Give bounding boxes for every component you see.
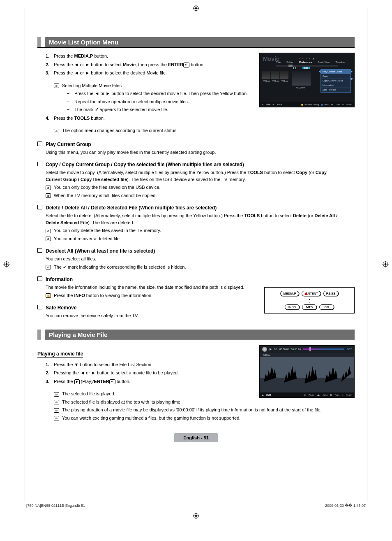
note-row: ⌀ You cannot recover a deleted file. (37, 235, 355, 242)
tv-screenshot-movie-list: Movie • • • • ■ Title Folder Preference … (259, 53, 355, 107)
dash-row: –Repeat the above operation to select mu… (37, 98, 254, 105)
playback-footer-jump: Jump (323, 394, 327, 396)
tv-thumb-selected: 5/15 (292, 71, 311, 86)
sub-body-text: Select the movie to copy. (Alternatively… (37, 169, 341, 183)
note-text: The option menu changes according to the… (62, 127, 355, 134)
tv-thumb (280, 71, 288, 79)
step-number: 1. (46, 53, 54, 60)
playback-topbar: ↻ 00:00:01 / 00:05:30 3/37 (260, 346, 354, 353)
play-button-icon: ▶ (74, 379, 80, 384)
remote-button: MTS (302, 304, 317, 310)
square-bullet-icon (37, 305, 42, 309)
tv-menu-item-selected: Play Current Group (321, 70, 350, 74)
remote-button: NTENT (302, 291, 321, 296)
note-text: You can only copy the files saved on the… (54, 184, 355, 191)
tools-icon: 🛠 (331, 103, 333, 106)
subheading-information: Information (37, 276, 355, 282)
play-icon (270, 348, 272, 351)
tv-context-menu: Play Current Group Copy Copy Current Gro… (321, 69, 351, 93)
svg-point-15 (385, 263, 386, 265)
subheading-copy: Copy / Copy Current Group / Copy the sel… (37, 161, 355, 167)
note-icon: ⌀ (54, 400, 59, 404)
print-footer-left: [750-NA]BN68-02111B-Eng.indb 51 (26, 504, 85, 508)
tv-footer-tools: Tools (335, 103, 340, 106)
step-body: Press the ◄ or ► button to select Movie,… (54, 61, 254, 68)
svg-point-11 (6, 263, 7, 265)
step-body: Pressing the ◄ or ► button to select a m… (54, 369, 254, 376)
svg-point-7 (195, 515, 197, 517)
square-bullet-icon (37, 248, 42, 253)
sub-body-text: Using this menu, you can only play movie… (37, 149, 341, 156)
note-text: Press the INFO button to viewing the inf… (54, 292, 258, 299)
note-text: You can watch exciting gaming multimedia… (62, 415, 355, 422)
subheading-delete: Delete / Delete All / Delete Selected Fi… (37, 204, 355, 211)
return-icon: ↩ (342, 394, 344, 396)
tv-arrow-right-icon: ▶ (350, 77, 353, 81)
tv-thumb-label: V22.avi (272, 80, 279, 82)
note-icon: ⌀ (54, 392, 59, 397)
note-row: ⌀ Selecting Multiple Movie Files (37, 82, 254, 89)
tv-thumb-label: V21.avi (263, 80, 270, 82)
pause-icon: ⏸ (304, 394, 306, 396)
dash-text: The mark ✓ appears to the selected movie… (74, 106, 254, 113)
crop-mark-right (382, 261, 389, 267)
step-number: 3. (46, 378, 54, 385)
playback-footer-sum: SUM (266, 394, 271, 396)
enter-icon: ↵ (109, 379, 115, 384)
jump-icon: ◀▶ (317, 394, 320, 396)
step-number: 3. (46, 70, 54, 77)
section-heading-text: Movie List Option Menu (45, 37, 355, 47)
subheading-text: Copy / Copy Current Group / Copy the sel… (46, 162, 244, 167)
square-bullet-icon (37, 162, 42, 166)
progress-bar (303, 348, 345, 350)
tv-count: 5/15 (302, 67, 310, 69)
square-bullet-icon (37, 205, 42, 209)
note-text: When the TV memory is full, files cannot… (54, 192, 355, 199)
note-text: You cannot recover a deleted file. (54, 235, 355, 242)
tv-footer: ⏏ SUM ■ Device Favorites Setting Select … (260, 102, 354, 107)
note-text: The selected file is played. (62, 390, 254, 397)
step-body: Press the ◄ or ► button to select the de… (54, 70, 254, 77)
print-footer: [750-NA]BN68-02111B-Eng.indb 51 2009-03-… (25, 504, 367, 508)
square-bullet-icon (37, 142, 42, 146)
dash-row: –Press the ◄ or ► button to select the d… (37, 90, 254, 97)
note-row: ☝ Press the INFO button to viewing the i… (37, 292, 258, 299)
tv-thumb-label: V23.avi (281, 80, 288, 82)
step-body: Press the ▼ button to select the File Li… (54, 361, 254, 368)
tv-menu-item: Safe Remove (321, 88, 350, 92)
note-row: ⌀ The selected file is displayed at the … (37, 399, 254, 406)
subheading-deselect: Deselect All (When at least one file is … (37, 248, 355, 254)
step-number: 4. (46, 115, 54, 122)
subheading-text: Information (46, 276, 73, 282)
note-icon: ⌀ (54, 416, 59, 420)
eject-icon: ⏏ (262, 394, 264, 396)
tv-footer-icon: ■ (272, 103, 274, 106)
check-icon: ✓ (95, 107, 99, 112)
remote-button: P.SIZE (323, 291, 339, 296)
sub-body-text: You can deselect all files. (37, 255, 341, 262)
note-row: ⌀ When the TV memory is full, files cann… (37, 192, 355, 199)
note-row: ⌀ You can only delete the files saved in… (37, 227, 355, 234)
tv-tab: Folder (286, 61, 293, 63)
remote-button: INFO (285, 304, 300, 310)
remote-channel-arrows: ▲_ (308, 298, 311, 303)
section-heading-movie-list: Movie List Option Menu (37, 37, 355, 48)
playback-count: 3/37 (347, 348, 352, 351)
dash-text: Press the ◄ or ► button to select the de… (74, 90, 254, 97)
print-footer-right: 2009-03-30 �� 1:43:07 (325, 504, 366, 508)
page-number-box: English - 51 (37, 433, 355, 442)
tv-tab: Timeline (335, 61, 344, 63)
return-icon: ↩ (342, 103, 344, 106)
playback-footer-return: Return (346, 394, 352, 396)
step-item: 2. Press the ◄ or ► button to select Mov… (46, 61, 254, 68)
note-icon: ⌀ (46, 186, 51, 190)
note-text: Selecting Multiple Movie Files (62, 82, 254, 89)
section-heading-text: Playing a Movie File (45, 330, 355, 340)
note-row: ⌀ You can only copy the files saved on t… (37, 184, 355, 191)
note-icon: ⌀ (46, 265, 51, 269)
page-frame: Movie List Option Menu Movie • • • • ■ T… (25, 16, 367, 502)
note-icon: ⌀ (54, 84, 59, 88)
subheading-text: Safe Remove (46, 305, 76, 311)
tv-thumb (271, 71, 279, 79)
tv-stage: V21.avi V22.avi V23.avi 5/15 ABCD.avi Pl… (260, 69, 354, 102)
